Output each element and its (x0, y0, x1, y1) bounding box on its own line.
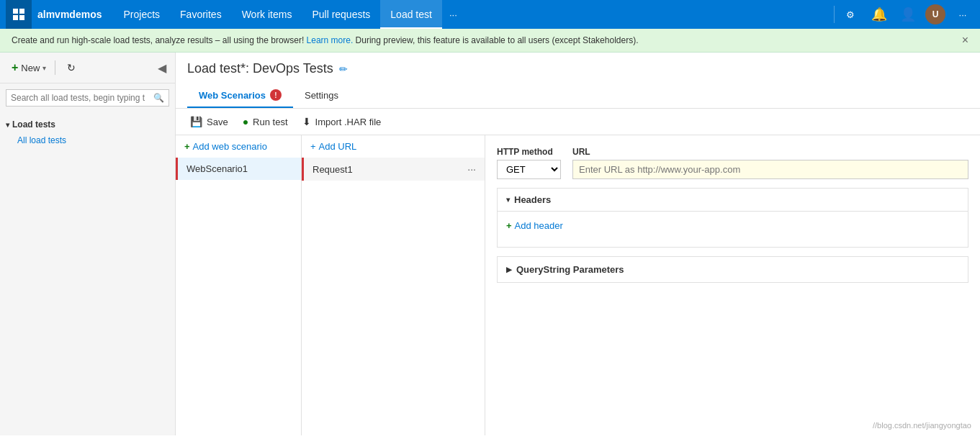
org-name: almvmdemos (37, 9, 102, 20)
content-tabs: Web Scenarios ! Settings (187, 83, 968, 108)
section-chevron-icon: ▾ (6, 121, 9, 129)
add-scenario-button[interactable]: + Add web scenario (176, 135, 302, 158)
detail-panel: HTTP method GET POST PUT DELETE PATCH HE… (485, 135, 980, 435)
nav-item-pullrequests[interactable]: Pull requests (302, 0, 380, 29)
sidebar-section-loadtests: ▾ Load tests All load tests (0, 112, 175, 153)
refresh-button[interactable]: ↻ (61, 59, 81, 76)
nav-right: ⚙ 🔔 👤 U ··· (839, 3, 974, 26)
request-more-icon[interactable]: ··· (467, 163, 476, 175)
logo (6, 0, 32, 29)
nav-item-projects[interactable]: Projects (113, 0, 170, 29)
add-url-plus-icon: + (310, 141, 316, 152)
watermark: //blog.csdn.net/jiangyongtao (873, 421, 971, 430)
new-label: New (21, 63, 40, 73)
url-label: URL (572, 147, 968, 157)
page-title: Load test*: DevOps Tests (187, 61, 333, 76)
toolbar: 💾 Save ● Run test ⬇ Import .HAR file (176, 109, 980, 135)
nav-item-workitems[interactable]: Work items (232, 0, 302, 29)
user-icon[interactable]: 👤 (896, 3, 920, 26)
add-header-button[interactable]: + Add header (506, 220, 563, 231)
http-method-label: HTTP method (497, 147, 561, 157)
add-url-button[interactable]: + Add URL (302, 135, 485, 158)
add-scenario-label: Add web scenario (193, 141, 267, 152)
request-name: Request1 (313, 164, 353, 175)
new-arrow-icon: ▾ (42, 64, 46, 72)
sidebar-controls: + New ▾ ↻ ◀ (0, 53, 175, 83)
nav-more[interactable]: ··· (442, 0, 464, 29)
new-plus-icon: + (12, 61, 18, 74)
scenario-item[interactable]: WebScenario1 (176, 158, 301, 180)
banner-close[interactable]: × (962, 35, 968, 46)
sidebar: + New ▾ ↻ ◀ 🔍 ▾ Load tests All load test… (0, 53, 176, 435)
save-button[interactable]: 💾 Save (184, 113, 234, 130)
run-label: Run test (253, 117, 287, 127)
querystring-chevron-icon: ▶ (506, 266, 512, 273)
content-header: Load test*: DevOps Tests ✏ Web Scenarios… (176, 53, 980, 109)
headers-section-header[interactable]: ▾ Headers (498, 189, 968, 211)
section-label: Load tests (12, 119, 55, 130)
svg-rect-3 (19, 15, 24, 20)
form-row-method-url: HTTP method GET POST PUT DELETE PATCH HE… (497, 147, 968, 179)
banner-text: Create and run high-scale load tests, an… (12, 35, 638, 45)
content-area: Load test*: DevOps Tests ✏ Web Scenarios… (176, 53, 980, 435)
avatar[interactable]: U (925, 4, 945, 24)
run-icon: ● (243, 116, 248, 127)
main-layout: + New ▾ ↻ ◀ 🔍 ▾ Load tests All load test… (0, 53, 980, 435)
add-header-label: Add header (515, 220, 563, 231)
collapse-button[interactable]: ◀ (155, 60, 169, 76)
headers-section: ▾ Headers + Add header (497, 188, 968, 248)
search-input[interactable] (6, 90, 149, 106)
headers-chevron-icon: ▾ (506, 196, 510, 204)
new-button[interactable]: + New ▾ (6, 58, 52, 77)
request-item[interactable]: Request1 ··· (302, 158, 485, 181)
tab-error-badge: ! (270, 89, 282, 101)
add-scenario-plus-icon: + (184, 141, 190, 152)
svg-rect-1 (19, 9, 24, 14)
edit-icon[interactable]: ✏ (339, 63, 348, 75)
nav-item-favorites[interactable]: Favorites (170, 0, 232, 29)
settings-icon[interactable]: ⚙ (839, 3, 862, 26)
querystring-section: ▶ QueryString Parameters (497, 256, 968, 283)
url-input[interactable] (572, 160, 968, 179)
sidebar-divider (55, 60, 55, 75)
svg-rect-0 (13, 9, 18, 14)
info-banner: Create and run high-scale load tests, an… (0, 29, 980, 53)
nav-separator (834, 6, 835, 23)
top-nav: almvmdemos Projects Favorites Work items… (0, 0, 980, 29)
all-load-tests-link[interactable]: All load tests (6, 132, 169, 148)
import-icon: ⬇ (302, 116, 311, 127)
notification-icon[interactable]: 🔔 (868, 3, 891, 26)
three-panel: + Add web scenario WebScenario1 + Add UR… (176, 135, 980, 435)
more-icon[interactable]: ··· (951, 3, 974, 26)
scenarios-panel: + Add web scenario WebScenario1 (176, 135, 302, 435)
querystring-section-header[interactable]: ▶ QueryString Parameters (498, 257, 968, 282)
headers-label: Headers (514, 194, 551, 205)
tab-settings[interactable]: Settings (293, 83, 350, 108)
svg-rect-2 (13, 15, 18, 20)
run-test-button[interactable]: ● Run test (237, 113, 294, 130)
import-har-button[interactable]: ⬇ Import .HAR file (297, 113, 387, 130)
save-label: Save (207, 117, 228, 127)
http-method-group: HTTP method GET POST PUT DELETE PATCH HE… (497, 147, 561, 179)
save-icon: 💾 (190, 116, 202, 127)
headers-section-body: + Add header (498, 211, 968, 247)
querystring-label: QueryString Parameters (516, 264, 624, 275)
scenario-name: WebScenario1 (186, 163, 248, 174)
sidebar-section-header[interactable]: ▾ Load tests (6, 117, 169, 132)
search-icon: 🔍 (149, 90, 168, 106)
content-title: Load test*: DevOps Tests ✏ (187, 61, 968, 76)
tab-web-scenarios[interactable]: Web Scenarios ! (187, 83, 293, 108)
import-label: Import .HAR file (315, 117, 382, 127)
banner-link[interactable]: Learn more. (307, 35, 354, 45)
url-group: URL (572, 147, 968, 179)
nav-items: Projects Favorites Work items Pull reque… (113, 0, 830, 29)
search-box: 🔍 (6, 89, 169, 107)
add-url-label: Add URL (319, 141, 357, 152)
nav-item-loadtest[interactable]: Load test (380, 0, 442, 29)
add-header-plus-icon: + (506, 220, 512, 231)
requests-panel: + Add URL Request1 ··· (302, 135, 485, 435)
http-method-select[interactable]: GET POST PUT DELETE PATCH HEAD (497, 160, 561, 179)
